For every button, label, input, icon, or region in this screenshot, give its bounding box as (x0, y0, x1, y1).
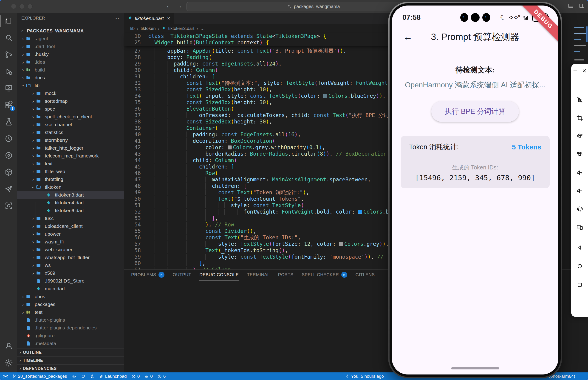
bpe-calc-button[interactable]: 执行 BPE 分词计算 (431, 101, 519, 122)
tree-item[interactable]: ›mock (17, 89, 124, 97)
emulator-volume-down-button[interactable] (576, 182, 583, 200)
tree-item[interactable]: ›wasm_ffi (17, 238, 124, 246)
remote-indicator[interactable]: >< (3, 374, 7, 379)
tree-item[interactable]: ›x509 (17, 269, 124, 277)
tree-item[interactable]: ›upower (17, 230, 124, 238)
activity-item-settings[interactable] (0, 354, 17, 371)
tree-item[interactable]: .gitignore (17, 332, 124, 340)
breadcrumb-item[interactable]: tiktoken3.dart (168, 26, 194, 31)
explorer-actions-icon[interactable]: ⋯ (114, 15, 120, 21)
emulator-nav-back-button[interactable] (576, 238, 583, 257)
breadcrumb-item[interactable]: lib (130, 26, 135, 31)
section-outline[interactable]: ›OUTLINE (17, 348, 124, 356)
tree-item[interactable]: tiktoken4.dart (17, 199, 124, 207)
tree-item[interactable]: ›sse_channel (17, 121, 124, 129)
activity-item-account[interactable] (0, 338, 17, 354)
activity-item-extensions[interactable]: 1 (0, 96, 17, 113)
tree-item[interactable]: ›stormberry (17, 136, 124, 144)
emulator-nav-home-button[interactable] (576, 257, 583, 275)
tree-root[interactable]: ›PACKAGES_WANGMAMA (17, 27, 124, 35)
tree-item[interactable]: ›ohos (17, 293, 124, 301)
tree-item[interactable]: ›text (17, 160, 124, 168)
status-cloud-upload[interactable] (72, 374, 76, 379)
tree-item[interactable]: ›tusc (17, 214, 124, 222)
git-blame[interactable]: You, 5 hours ago (345, 372, 384, 380)
panel-tab-problems[interactable]: PROBLEMS6 (131, 269, 164, 281)
activity-item-testing[interactable] (0, 113, 17, 130)
activity-item-search[interactable] (0, 29, 17, 46)
tree-item[interactable]: ›throttling (17, 175, 124, 183)
tree-item[interactable]: ›ws (17, 261, 124, 269)
tree-item[interactable]: ›tflite_web (17, 168, 124, 175)
tree-item[interactable]: ›docs (17, 74, 124, 82)
tree-item[interactable]: ›sortedmap (17, 97, 124, 105)
status-rocket[interactable] (90, 374, 95, 379)
status-sync[interactable] (81, 374, 86, 379)
tree-item[interactable]: ›statistics (17, 129, 124, 136)
tree-item[interactable]: tiktoken3.dart (17, 191, 124, 199)
status-link[interactable]: Launchpad (99, 374, 127, 379)
emulator-shake-button[interactable] (576, 200, 583, 218)
tree-item[interactable]: ›packages (17, 301, 124, 308)
panel-tab-terminal[interactable]: TERMINAL (247, 269, 270, 281)
section-dependencies[interactable]: ›DEPENDENCIES (17, 364, 124, 372)
section-timeline[interactable]: ›TIMELINE (17, 356, 124, 364)
tab-tiktoken3-dart[interactable]: tiktoken3.dart ✕ (124, 13, 174, 24)
tree-item[interactable]: .!69002!.DS_Store (17, 277, 124, 285)
panel-tab-spell-checker[interactable]: SPELL CHECKER6 (302, 269, 347, 281)
breadcrumb-item[interactable]: … (200, 26, 205, 31)
status-error[interactable]: 0 (131, 374, 140, 379)
tree-item[interactable]: ›talker_http_logger (17, 144, 124, 152)
tree-item[interactable]: ›whatsapp_bot_flutter (17, 254, 124, 261)
status-info[interactable]: 6 (157, 374, 166, 379)
nav-forward-arrow-icon[interactable]: → (177, 2, 182, 9)
activity-item-source-control[interactable] (0, 46, 17, 63)
emulator-crop-button[interactable] (576, 109, 583, 127)
toggle-panel-icon[interactable] (568, 3, 574, 9)
emulator-volume-up-button[interactable] (576, 163, 583, 182)
tab-close-icon[interactable]: ✕ (167, 16, 170, 21)
tree-item[interactable]: ›test (17, 308, 124, 316)
traffic-light-minimize[interactable] (19, 4, 24, 9)
breadcrumb-item[interactable]: tiktoken (141, 26, 156, 31)
tree-item[interactable]: .flutter-plugins (17, 316, 124, 324)
activity-item-package[interactable] (0, 164, 17, 180)
tree-item[interactable]: ›lib (17, 82, 124, 89)
panel-tab-ports[interactable]: PORTS (278, 269, 294, 281)
tree-item[interactable]: ›spec (17, 105, 124, 113)
tree-item[interactable]: ›.husky (17, 50, 124, 58)
tree-item[interactable]: ›build (17, 66, 124, 74)
activity-item-scan[interactable] (0, 197, 17, 214)
tree-item[interactable]: ›spell_check_on_client (17, 113, 124, 121)
panel-tab-debug-console[interactable]: DEBUG CONSOLE (199, 269, 239, 281)
home-indicator[interactable] (451, 367, 499, 369)
emulator-nav-recents-button[interactable] (576, 275, 583, 294)
traffic-light-close[interactable] (11, 4, 16, 9)
tree-item[interactable]: .metadata (17, 340, 124, 347)
status-branch[interactable]: 28_sortedmap_packages (12, 374, 67, 379)
activity-item-clock[interactable] (0, 130, 17, 147)
tree-item[interactable]: ›.idea (17, 58, 124, 66)
emulator-rotate-cw-button[interactable] (576, 145, 583, 163)
emulator-devices-button[interactable] (576, 218, 583, 236)
tree-item[interactable]: ›tiktoken (17, 183, 124, 191)
tree-item[interactable]: ›.agent (17, 35, 124, 42)
activity-item-run-debug[interactable] (0, 63, 17, 80)
tree-item[interactable]: .flutter-plugins-dependencies (17, 324, 124, 332)
tree-item[interactable]: ›uploadcare_client (17, 222, 124, 230)
traffic-light-zoom[interactable] (28, 4, 33, 9)
tree-item[interactable]: tiktoken6.dart (17, 207, 124, 214)
tree-item[interactable]: main.dart (17, 285, 124, 293)
nav-back-arrow-icon[interactable]: ← (166, 2, 172, 9)
emulator-minimize-button[interactable] (573, 68, 578, 74)
emulator-rotate-ccw-button[interactable] (576, 127, 583, 145)
panel-tab-output[interactable]: OUTPUT (173, 269, 191, 281)
activity-item-paper-plane[interactable] (0, 180, 17, 197)
tree-item[interactable]: ›.dart_tool (17, 42, 124, 50)
panel-tab-gitlens[interactable]: GITLENS (356, 269, 375, 281)
activity-item-remote-explorer[interactable] (0, 80, 17, 96)
activity-item-target[interactable] (0, 147, 17, 164)
activity-item-explorer[interactable] (0, 13, 17, 29)
emulator-close-button[interactable] (582, 68, 587, 74)
emulator-cursor-off-button[interactable] (576, 91, 583, 109)
